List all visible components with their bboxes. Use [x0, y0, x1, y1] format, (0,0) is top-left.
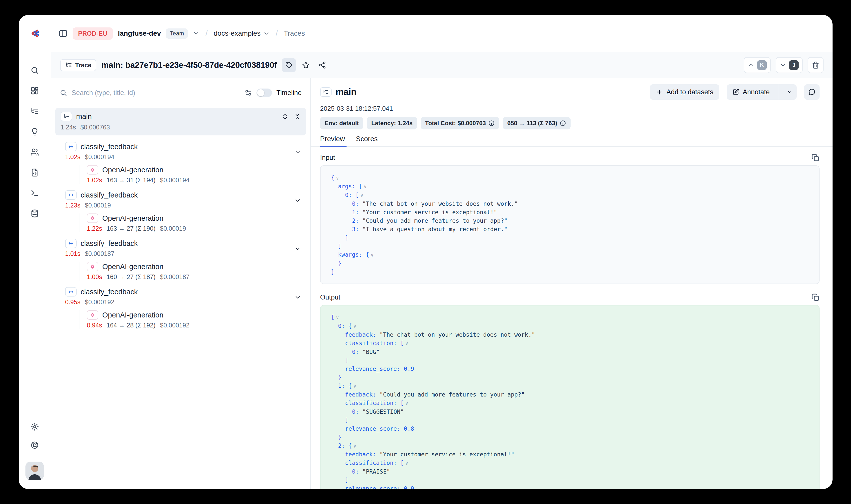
icon-rail: [19, 52, 51, 489]
collapse-chevron-icon[interactable]: [294, 294, 301, 301]
breadcrumb-section[interactable]: Traces: [284, 30, 305, 37]
json-collapse-chevron[interactable]: ∨: [352, 323, 356, 329]
trace-tree-panel: Timeline main 1.24s $0.000763: [51, 78, 311, 489]
json-collapse-chevron[interactable]: ∨: [359, 193, 363, 198]
org-type-badge: Team: [166, 29, 188, 39]
generation-name: OpenAI-generation: [102, 166, 301, 174]
share-button[interactable]: [315, 58, 329, 72]
langfuse-logo-icon: [29, 28, 41, 39]
span-row[interactable]: classify_feedback: [65, 287, 301, 296]
next-trace-button[interactable]: J: [776, 57, 803, 73]
trace-node-badge: [320, 87, 332, 97]
prev-trace-button[interactable]: K: [744, 57, 771, 73]
generation-row[interactable]: OpenAI-generation: [87, 214, 301, 223]
span-latency: 0.95s: [65, 299, 80, 306]
org-name[interactable]: langfuse-dev: [118, 30, 161, 37]
annotate-dropdown-chevron[interactable]: [783, 84, 797, 100]
dashboard-icon[interactable]: [30, 86, 40, 96]
info-icon[interactable]: [488, 120, 495, 126]
tree-root-row[interactable]: main 1.24s $0.000763: [55, 108, 306, 136]
json-collapse-chevron[interactable]: ∨: [404, 460, 408, 466]
org-switcher-chevron-icon[interactable]: [193, 30, 199, 37]
generation-row[interactable]: OpenAI-generation: [87, 262, 301, 271]
json-collapse-chevron[interactable]: ∨: [404, 341, 408, 346]
timeline-toggle[interactable]: [256, 89, 272, 97]
span-cost: $0.00019: [85, 202, 111, 209]
generation-tokens: 163 → 31 (Σ 194): [107, 177, 156, 184]
generation-row[interactable]: OpenAI-generation: [87, 310, 301, 320]
generation-name: OpenAI-generation: [102, 263, 301, 271]
copy-input-icon[interactable]: [811, 154, 819, 162]
span-type-badge: [65, 287, 76, 296]
trash-icon: [812, 61, 819, 69]
breadcrumb-separator: /: [275, 29, 279, 38]
span-row[interactable]: classify_feedback: [65, 190, 301, 200]
users-icon[interactable]: [30, 147, 40, 157]
user-avatar[interactable]: [25, 462, 44, 480]
json-collapse-chevron[interactable]: ∨: [362, 184, 367, 189]
tab-preview[interactable]: Preview: [320, 135, 345, 147]
evaluation-icon[interactable]: [30, 127, 40, 137]
generation-latency: 1.22s: [87, 225, 102, 232]
json-collapse-chevron[interactable]: ∨: [404, 400, 408, 406]
copy-output-icon[interactable]: [811, 293, 819, 302]
search-icon[interactable]: [30, 65, 40, 75]
support-lifebuoy-icon[interactable]: [30, 440, 40, 450]
generation-latency: 1.00s: [87, 273, 102, 281]
json-collapse-chevron[interactable]: ∨: [352, 383, 356, 389]
settings-gear-icon[interactable]: [30, 422, 40, 432]
span-type-badge: [65, 190, 76, 200]
input-json-viewer[interactable]: {∨args: [∨0: [∨0: "The chat bot on your …: [320, 165, 819, 284]
trace-type-chip: Trace: [60, 59, 96, 71]
root-span-name: main: [76, 112, 278, 121]
root-cost: $0.000763: [80, 124, 110, 131]
span-children: OpenAI-generation 1.22s 163 → 27 (Σ 190)…: [79, 214, 301, 232]
json-collapse-chevron[interactable]: ∨: [335, 175, 339, 181]
project-name[interactable]: docs-examples: [214, 30, 269, 37]
add-to-datasets-button[interactable]: Add to datasets: [650, 84, 719, 100]
span-type-badge: [65, 142, 76, 151]
input-section-label: Input: [320, 154, 335, 162]
generation-cost: $0.000187: [160, 273, 189, 281]
chevron-down-icon: [780, 62, 786, 68]
output-json-viewer[interactable]: [∨0: {∨feedback: "The chat bot on your w…: [320, 305, 819, 489]
generation-row[interactable]: OpenAI-generation: [87, 165, 301, 175]
expand-all-icon[interactable]: [282, 113, 288, 120]
trace-header-bar: Trace main: ba27e7b1-e23e-4f50-87de-420c…: [51, 52, 833, 78]
prompts-icon[interactable]: [30, 167, 40, 178]
annotate-button[interactable]: Annotate: [727, 84, 775, 100]
plus-icon: [656, 89, 663, 95]
span-metrics: 1.02s$0.000194: [65, 154, 301, 161]
span-latency: 1.02s: [65, 154, 80, 161]
view-settings-icon[interactable]: [245, 89, 252, 96]
json-collapse-chevron[interactable]: ∨: [352, 443, 356, 449]
collapse-chevron-icon[interactable]: [294, 246, 301, 252]
span-cost: $0.000194: [85, 154, 114, 161]
span-row[interactable]: classify_feedback: [65, 142, 301, 151]
span-cost: $0.000192: [85, 299, 114, 306]
bookmark-star-button[interactable]: [299, 58, 313, 72]
delete-trace-button[interactable]: [808, 57, 823, 73]
collapse-chevron-icon[interactable]: [294, 197, 301, 204]
tab-scores[interactable]: Scores: [356, 135, 378, 147]
collapse-chevron-icon[interactable]: [294, 149, 301, 156]
project-switcher-chevron-icon[interactable]: [263, 30, 270, 37]
chevron-up-icon: [748, 62, 754, 68]
generation-latency: 1.02s: [87, 177, 102, 184]
org-logo[interactable]: [19, 15, 51, 52]
tree-search-input[interactable]: [72, 89, 240, 97]
sidebar-toggle-icon[interactable]: [59, 29, 68, 38]
json-collapse-chevron[interactable]: ∨: [369, 252, 373, 258]
tracing-icon[interactable]: [30, 106, 40, 116]
collapse-all-icon[interactable]: [294, 113, 301, 120]
info-icon[interactable]: [560, 120, 566, 126]
comments-button[interactable]: [804, 84, 819, 100]
trace-title: main: ba27e7b1-e23e-4f50-87de-420cf03819…: [101, 60, 277, 70]
span-row[interactable]: classify_feedback: [65, 239, 301, 248]
generation-name: OpenAI-generation: [102, 311, 301, 319]
json-collapse-chevron[interactable]: ∨: [335, 315, 339, 320]
datasets-icon[interactable]: [30, 209, 40, 218]
breadcrumb: PROD-EU langfuse-dev Team / docs-example…: [51, 15, 833, 52]
playground-icon[interactable]: [30, 188, 40, 198]
tags-button[interactable]: [282, 58, 296, 72]
